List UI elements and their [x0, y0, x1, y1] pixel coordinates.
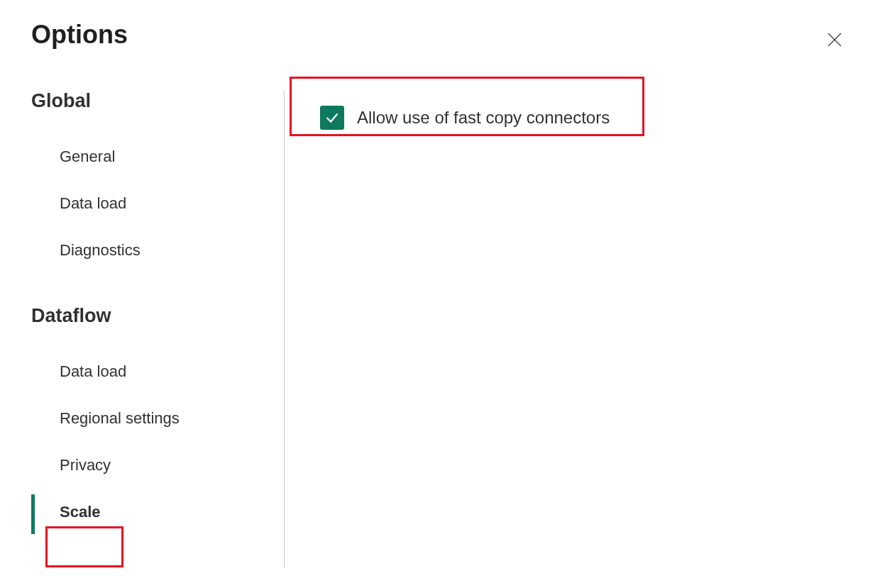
sidebar-item-scale[interactable]: Scale — [31, 489, 284, 536]
sidebar-item-dataflow-data-load[interactable]: Data load — [31, 348, 284, 395]
vertical-divider — [284, 90, 285, 568]
page-title: Options — [31, 20, 128, 50]
sidebar-item-regional-settings[interactable]: Regional settings — [31, 395, 284, 442]
fast-copy-label: Allow use of fast copy connectors — [357, 108, 610, 128]
options-sidebar: Global General Data load Diagnostics Dat… — [31, 90, 284, 568]
sidebar-item-diagnostics[interactable]: Diagnostics — [31, 227, 284, 274]
section-heading-global: Global — [31, 90, 284, 112]
options-content: Allow use of fast copy connectors — [304, 90, 849, 568]
close-icon — [826, 31, 843, 48]
section-heading-dataflow: Dataflow — [31, 305, 284, 327]
sidebar-item-privacy[interactable]: Privacy — [31, 442, 284, 489]
close-button[interactable] — [820, 26, 849, 56]
sidebar-item-general[interactable]: General — [31, 133, 284, 180]
checkmark-icon — [324, 110, 340, 126]
fast-copy-option-row: Allow use of fast copy connectors — [304, 90, 849, 145]
sidebar-item-global-data-load[interactable]: Data load — [31, 180, 284, 227]
fast-copy-checkbox[interactable] — [320, 106, 344, 130]
